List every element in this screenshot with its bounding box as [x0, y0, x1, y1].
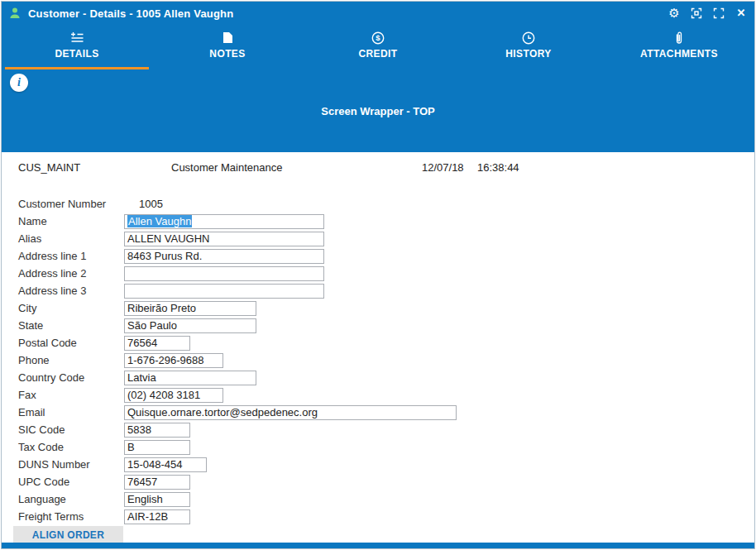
duns-number-input[interactable] — [124, 457, 207, 472]
tab-attachments-label: ATTACHMENTS — [640, 48, 718, 60]
screen-title: Customer Maintenance — [171, 161, 422, 174]
tab-notes-label: NOTES — [209, 48, 245, 60]
close-icon[interactable]: ✕ — [734, 7, 748, 20]
field-label-duns-number: DUNS Number — [18, 458, 124, 471]
field-label-freight-terms: Freight Terms — [18, 510, 124, 523]
form-row-language: Language — [2, 490, 754, 508]
form-row-tax-code: Tax Code — [2, 438, 754, 456]
upc-code-input[interactable] — [124, 475, 190, 490]
form-row-customer-number: Customer Number1005 — [2, 195, 754, 213]
screen-time: 16:38:44 — [477, 161, 519, 174]
selected-text: Allen Vaughn — [127, 215, 192, 227]
fax-input[interactable] — [124, 388, 223, 403]
field-label-customer-number: Customer Number — [18, 198, 124, 210]
program-code: CUS_MAINT — [18, 161, 171, 174]
field-label-upc-code: UPC Code — [18, 476, 124, 488]
email-input[interactable] — [124, 405, 457, 420]
tab-history[interactable]: HISTORY — [453, 25, 604, 69]
form-row-email: Email — [2, 404, 754, 421]
form-row-duns-number: DUNS Number — [2, 456, 754, 473]
field-label-email: Email — [18, 406, 124, 418]
field-label-address-line-3: Address line 3 — [18, 285, 124, 297]
screen-date: 12/07/18 — [422, 161, 477, 174]
address-line-2-input[interactable] — [124, 266, 324, 281]
field-label-city: City — [18, 302, 124, 314]
city-input[interactable] — [124, 301, 256, 316]
form-row-country-code: Country Code — [2, 369, 754, 386]
tab-history-label: HISTORY — [505, 48, 551, 60]
field-label-postal-code: Postal Code — [18, 337, 124, 349]
banner-text: Screen Wrapper - TOP — [321, 105, 435, 117]
form-row-city: City — [2, 299, 754, 317]
alias-input[interactable] — [124, 232, 324, 246]
form-row-address-line-1: Address line 1 — [2, 247, 754, 265]
paperclip-icon — [674, 31, 684, 45]
tab-notes[interactable]: NOTES — [152, 25, 303, 69]
address-line-3-input[interactable] — [124, 284, 324, 299]
form-row-address-line-2: Address line 2 — [2, 265, 754, 282]
details-form-icon — [70, 31, 84, 45]
form-row-fax: Fax — [2, 386, 754, 404]
note-document-icon — [222, 31, 233, 45]
window-title: Customer - Details - 1005 Allen Vaughn — [28, 7, 233, 20]
field-label-alias: Alias — [18, 232, 124, 245]
clock-icon — [522, 31, 535, 45]
field-label-country-code: Country Code — [18, 371, 124, 384]
tab-details[interactable]: DETAILS — [2, 25, 152, 69]
name-input[interactable]: Allen Vaughn — [124, 214, 324, 229]
state-input[interactable] — [124, 318, 256, 333]
screen-header: CUS_MAINT Customer Maintenance 12/07/18 … — [2, 160, 754, 174]
svg-text:$: $ — [376, 33, 380, 42]
sic-code-input[interactable] — [124, 423, 190, 438]
dollar-circle-icon: $ — [371, 31, 385, 45]
fit-screen-icon[interactable] — [690, 7, 703, 20]
screen-wrapper-banner: i Screen Wrapper - TOP — [2, 69, 754, 152]
form-row-name: NameAllen Vaughn — [2, 213, 754, 230]
field-value-customer-number: 1005 — [124, 198, 163, 210]
field-label-name: Name — [18, 215, 124, 227]
form-row-alias: Alias — [2, 230, 754, 247]
content-area: CUS_MAINT Customer Maintenance 12/07/18 … — [2, 152, 754, 543]
field-label-address-line-1: Address line 1 — [18, 250, 124, 262]
country-code-input[interactable] — [124, 371, 256, 385]
field-label-language: Language — [18, 493, 124, 505]
bottom-accent-bar — [2, 543, 754, 548]
field-label-phone: Phone — [18, 354, 124, 366]
tab-attachments[interactable]: ATTACHMENTS — [604, 25, 754, 69]
tax-code-input[interactable] — [124, 440, 190, 455]
tab-credit[interactable]: $ CREDIT — [303, 25, 453, 69]
freight-terms-input[interactable] — [124, 509, 190, 524]
field-label-address-line-2: Address line 2 — [18, 267, 124, 280]
tab-details-label: DETAILS — [55, 48, 98, 60]
form-row-sic-code: SIC Code — [2, 421, 754, 438]
field-label-state: State — [18, 319, 124, 332]
phone-input[interactable] — [124, 353, 223, 368]
field-label-fax: Fax — [18, 389, 124, 401]
tabbar: DETAILS NOTES $ CREDIT — [2, 25, 754, 69]
customer-details-window: Customer - Details - 1005 Allen Vaughn ⚙… — [1, 1, 755, 549]
maximize-icon[interactable] — [712, 7, 725, 20]
language-input[interactable] — [124, 492, 190, 507]
postal-code-input[interactable] — [124, 336, 190, 351]
tab-credit-label: CREDIT — [358, 48, 397, 60]
form-row-upc-code: UPC Code — [2, 473, 754, 490]
info-icon[interactable]: i — [10, 74, 28, 92]
customer-person-icon — [8, 7, 22, 20]
address-line-1-input[interactable] — [124, 249, 324, 264]
align-order-button[interactable]: ALIGN ORDER — [13, 526, 123, 543]
form-row-phone: Phone — [2, 352, 754, 369]
titlebar: Customer - Details - 1005 Allen Vaughn ⚙… — [2, 2, 754, 25]
form-row-postal-code: Postal Code — [2, 334, 754, 352]
settings-gear-icon[interactable]: ⚙ — [667, 7, 681, 20]
field-label-tax-code: Tax Code — [18, 441, 124, 453]
titlebar-controls: ⚙ ✕ — [667, 7, 748, 20]
field-label-sic-code: SIC Code — [18, 423, 124, 436]
form-row-state: State — [2, 317, 754, 334]
form-row-freight-terms: Freight Terms — [2, 508, 754, 525]
form-rows: Customer Number1005NameAllen VaughnAlias… — [2, 195, 754, 525]
form-row-address-line-3: Address line 3 — [2, 282, 754, 299]
